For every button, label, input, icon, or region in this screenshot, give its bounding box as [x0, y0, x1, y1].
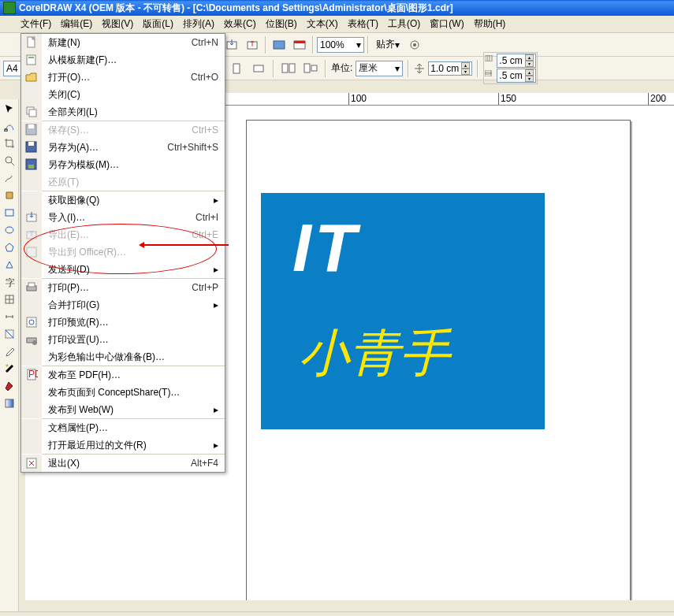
menu-item[interactable]: 导入(I)…Ctrl+I — [21, 209, 225, 226]
menu-item[interactable]: 发布页面到 ConceptShare(T)… — [21, 384, 225, 401]
menu-item-label: 新建(N) — [42, 36, 192, 50]
rectangle-tool[interactable] — [2, 205, 17, 221]
menu-item-5[interactable]: 效果(C) — [219, 16, 261, 32]
export-icon — [21, 226, 42, 243]
toolbox: 字 — [0, 99, 19, 611]
menu-item-label: 还原(T) — [42, 176, 225, 189]
menu-item[interactable]: 打印预览(R)… — [21, 314, 225, 331]
blank-icon — [21, 86, 42, 103]
artwork-text-it[interactable]: IT — [292, 209, 359, 287]
zoom-tool[interactable] — [2, 153, 17, 169]
welcome-button[interactable] — [290, 35, 309, 54]
basic-shapes-tool[interactable] — [2, 257, 17, 273]
menu-item: 还原(T) — [21, 173, 225, 191]
menu-item-3[interactable]: 版面(L) — [138, 16, 178, 32]
menu-item[interactable]: 打印(P)…Ctrl+P — [21, 279, 225, 296]
svg-rect-46 — [28, 165, 34, 169]
polygon-tool[interactable] — [2, 239, 17, 255]
eyedropper-tool[interactable] — [2, 343, 17, 359]
menu-item[interactable]: 发送到(D)▸ — [21, 261, 225, 278]
artwork-text-script[interactable]: 小青手 — [299, 319, 450, 388]
zoom-combo[interactable]: 100% ▾ — [317, 37, 364, 53]
smart-fill-tool[interactable] — [2, 187, 17, 203]
menu-item-label: 另存为模板(M)… — [42, 158, 225, 172]
app-icon — [3, 2, 16, 14]
menu-item-11[interactable]: 帮助(H) — [469, 16, 511, 32]
svg-point-29 — [6, 157, 12, 163]
shape-tool[interactable] — [2, 118, 17, 134]
table-tool[interactable] — [2, 291, 17, 307]
all-pages-button[interactable] — [279, 59, 298, 78]
menu-item[interactable]: 打开(O)…Ctrl+O — [21, 69, 225, 86]
unit-combo[interactable]: 厘米 ▾ — [356, 61, 403, 76]
menu-item-shortcut: Ctrl+Shift+S — [167, 142, 225, 153]
menu-item[interactable]: 关闭(C) — [21, 86, 225, 103]
menu-item-8[interactable]: 表格(T) — [343, 16, 383, 32]
crop-tool[interactable] — [2, 135, 17, 151]
menu-item-label: 打印设置(U)… — [42, 333, 225, 347]
menu-item-label: 为彩色输出中心做准备(B)… — [42, 351, 225, 364]
menu-item[interactable]: 为彩色输出中心做准备(B)… — [21, 348, 225, 366]
unit-value: 厘米 — [359, 61, 378, 75]
window-title: CorelDRAW X4 (OEM 版本 - 不可转售) - [C:\Docum… — [19, 2, 453, 15]
svg-rect-20 — [282, 64, 288, 72]
app-launcher-button[interactable] — [270, 35, 289, 54]
menu-item[interactable]: 文档属性(P)… — [21, 419, 225, 436]
svg-rect-49 — [27, 247, 36, 257]
artwork-rectangle[interactable]: IT 小青手 — [261, 193, 545, 429]
menu-item[interactable]: 新建(N)Ctrl+N — [21, 34, 225, 51]
spinner[interactable]: ▴▾ — [461, 62, 470, 75]
svg-rect-13 — [274, 41, 285, 49]
landscape-button[interactable] — [249, 59, 268, 78]
interactive-tool[interactable] — [2, 326, 17, 342]
menu-item[interactable]: 打印设置(U)… — [21, 331, 225, 348]
fill-tool[interactable] — [2, 378, 17, 394]
menu-item-4[interactable]: 排列(A) — [178, 16, 219, 32]
text-tool[interactable]: 字 — [2, 274, 17, 290]
menu-item-0[interactable]: 文件(F) — [16, 16, 56, 32]
import-icon — [21, 209, 42, 226]
menu-item-6[interactable]: 位图(B) — [261, 16, 302, 32]
menu-item[interactable]: 另存为(A)…Ctrl+Shift+S — [21, 139, 225, 156]
menu-item-shortcut: Ctrl+O — [191, 72, 225, 83]
blank-icon — [21, 436, 42, 454]
export-button[interactable] — [243, 35, 262, 54]
menu-item[interactable]: 打开最近用过的文件(R)▸ — [21, 436, 225, 454]
office-icon — [21, 243, 42, 261]
menu-item-shortcut: Ctrl+N — [192, 37, 225, 48]
menu-item-label: 发送到(D) — [42, 263, 214, 276]
interactive-fill-tool[interactable] — [2, 395, 17, 411]
portrait-button[interactable] — [227, 59, 246, 78]
menu-item-2[interactable]: 视图(V) — [97, 16, 138, 32]
pick-tool[interactable] — [2, 101, 17, 117]
snap-button[interactable]: 贴齐 ▾ — [372, 35, 404, 54]
menu-item[interactable]: 发布到 Web(W)▸ — [21, 401, 225, 418]
menu-item[interactable]: 获取图像(Q)▸ — [21, 191, 225, 209]
menu-item-1[interactable]: 编辑(E) — [56, 16, 97, 32]
menu-item-label: 保存(S)… — [42, 124, 192, 137]
svg-rect-42 — [28, 124, 34, 128]
menu-item[interactable]: 从模板新建(F)… — [21, 51, 225, 69]
svg-rect-44 — [28, 142, 34, 146]
save-icon — [21, 121, 42, 139]
menu-item-9[interactable]: 工具(O) — [383, 16, 425, 32]
menu-item-7[interactable]: 文本(X) — [302, 16, 343, 32]
outline-tool[interactable] — [2, 361, 17, 377]
svg-rect-21 — [289, 64, 295, 72]
menu-item[interactable]: 退出(X)Alt+F4 — [21, 455, 225, 472]
menu-item[interactable]: 全部关闭(L) — [21, 103, 225, 121]
dup-y-input[interactable]: .5 cm▴▾ — [497, 69, 536, 83]
ellipse-tool[interactable] — [2, 222, 17, 238]
freehand-tool[interactable] — [2, 170, 17, 186]
options-button[interactable] — [405, 35, 424, 54]
menu-item[interactable]: PDF发布至 PDF(H)… — [21, 366, 225, 384]
submenu-arrow-icon: ▸ — [214, 404, 225, 415]
dimension-tool[interactable] — [2, 309, 17, 325]
dup-x-input[interactable]: .5 cm▴▾ — [497, 54, 536, 68]
menu-item-10[interactable]: 窗口(W) — [425, 16, 468, 32]
menu-item[interactable]: 另存为模板(M)… — [21, 156, 225, 173]
nudge-input[interactable]: 1.0 cm ▴▾ — [428, 61, 472, 76]
menu-item[interactable]: 合并打印(G)▸ — [21, 296, 225, 314]
submenu-arrow-icon: ▸ — [214, 440, 225, 451]
current-page-button[interactable] — [301, 59, 320, 78]
